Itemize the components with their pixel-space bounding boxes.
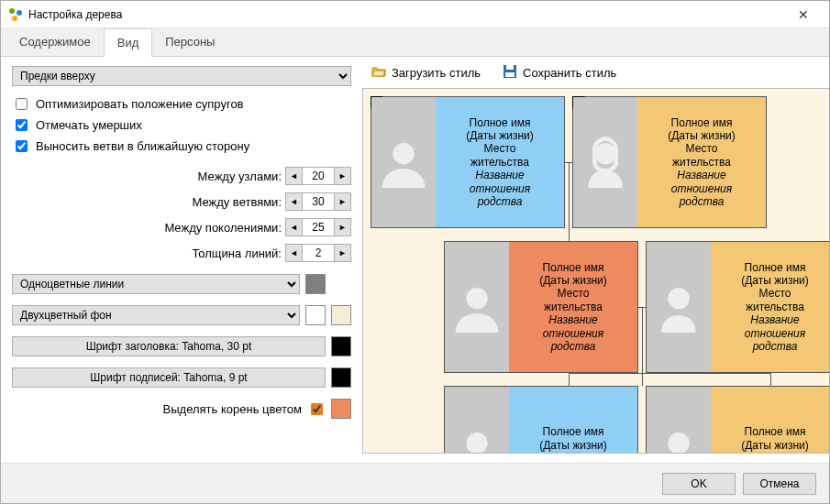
- spinner-dec-icon[interactable]: ◄: [286, 168, 303, 184]
- svg-point-8: [466, 288, 487, 309]
- load-style-label: Загрузить стиль: [392, 66, 481, 80]
- font-caption-swatch[interactable]: [331, 367, 351, 388]
- window-title: Настройка дерева: [28, 8, 785, 21]
- cancel-button[interactable]: Отмена: [743, 473, 816, 495]
- line-color-select[interactable]: Одноцветные линии: [12, 274, 300, 294]
- person-card: Полное имя(Даты жизни)МестожительстваНаз…: [572, 96, 767, 228]
- highlight-root-swatch[interactable]: [331, 399, 351, 419]
- direction-select[interactable]: Предки вверху: [12, 66, 351, 86]
- check-branches-near-label: Выносить ветви в ближайшую сторону: [36, 139, 249, 153]
- spinner-between-generations-value: 25: [303, 219, 334, 236]
- check-optimize-spouse[interactable]: Оптимизировать положение супругов: [12, 95, 351, 113]
- save-style-label: Сохранить стиль: [523, 66, 616, 80]
- spinner-between-nodes-value: 20: [303, 168, 334, 184]
- svg-rect-5: [505, 72, 515, 77]
- font-caption-button[interactable]: Шрифт подписей: Tahoma, 9 pt: [12, 367, 326, 388]
- svg-point-2: [12, 16, 17, 21]
- svg-point-7: [594, 143, 615, 164]
- check-mark-deceased-label: Отмечать умерших: [36, 118, 142, 132]
- highlight-root-checkbox[interactable]: [311, 403, 323, 415]
- bg-select[interactable]: Двухцветный фон: [12, 305, 300, 325]
- label-line-thickness: Толщина линий:: [192, 247, 282, 260]
- bg-swatch-2[interactable]: [331, 305, 351, 325]
- label-between-nodes: Между узлами:: [198, 170, 282, 183]
- check-mark-deceased-box[interactable]: [16, 119, 28, 131]
- svg-point-1: [17, 10, 22, 16]
- spinner-between-generations[interactable]: ◄ 25 ►: [285, 218, 351, 236]
- spinner-between-nodes[interactable]: ◄ 20 ►: [285, 167, 351, 185]
- person-card: Полное имя(Даты жизни)Местожительства: [646, 386, 829, 454]
- check-mark-deceased[interactable]: Отмечать умерших: [12, 116, 351, 134]
- app-icon: [8, 7, 23, 22]
- spinner-dec-icon[interactable]: ◄: [286, 245, 303, 261]
- label-between-branches: Между ветвями:: [192, 195, 282, 209]
- spinner-between-branches[interactable]: ◄ 30 ►: [285, 192, 351, 211]
- person-card: Полное имя(Даты жизни)МестожительстваНаз…: [371, 96, 565, 228]
- spinner-inc-icon[interactable]: ►: [334, 193, 350, 210]
- bg-swatch-1[interactable]: [305, 305, 326, 325]
- check-optimize-spouse-label: Оптимизировать положение супругов: [36, 97, 244, 111]
- tab-content[interactable]: Содержимое: [6, 28, 104, 56]
- person-card: Полное имя(Даты жизни)МестожительстваНаз…: [646, 241, 829, 373]
- load-style-button[interactable]: Загрузить стиль: [371, 64, 481, 82]
- svg-point-9: [668, 288, 689, 309]
- check-branches-near[interactable]: Выносить ветви в ближайшую сторону: [12, 137, 351, 155]
- person-card: Полное имя(Даты жизни)Местожительства: [444, 386, 638, 454]
- svg-point-10: [466, 433, 487, 454]
- check-branches-near-box[interactable]: [16, 140, 28, 152]
- spinner-dec-icon[interactable]: ◄: [286, 219, 303, 236]
- font-header-swatch[interactable]: [331, 336, 351, 356]
- highlight-root-label: Выделять корень цветом: [163, 402, 302, 416]
- tab-persons[interactable]: Персоны: [152, 28, 227, 56]
- spinner-line-thickness[interactable]: ◄ 2 ►: [285, 244, 351, 262]
- spinner-inc-icon[interactable]: ►: [334, 168, 350, 184]
- ok-button[interactable]: OK: [662, 473, 736, 495]
- svg-point-11: [668, 433, 689, 454]
- spinner-between-branches-value: 30: [303, 193, 334, 210]
- spinner-dec-icon[interactable]: ◄: [286, 193, 303, 210]
- spinner-inc-icon[interactable]: ►: [334, 219, 350, 236]
- tabs: Содержимое Вид Персоны: [1, 28, 829, 57]
- spinner-inc-icon[interactable]: ►: [334, 245, 350, 261]
- save-style-button[interactable]: Сохранить стиль: [503, 64, 616, 82]
- save-icon: [503, 64, 517, 82]
- font-header-button[interactable]: Шрифт заголовка: Tahoma, 30 pt: [12, 336, 326, 356]
- tab-view[interactable]: Вид: [104, 28, 153, 57]
- preview-pane: Полное имя(Даты жизни)МестожительстваНаз…: [362, 88, 829, 454]
- check-optimize-spouse-box[interactable]: [16, 98, 28, 110]
- line-color-swatch[interactable]: [305, 274, 326, 294]
- svg-point-0: [9, 8, 15, 14]
- folder-open-icon: [371, 64, 386, 82]
- svg-point-6: [393, 143, 414, 164]
- spinner-line-thickness-value: 2: [303, 245, 334, 261]
- close-button[interactable]: ✕: [785, 2, 822, 27]
- svg-rect-4: [506, 65, 514, 70]
- label-between-generations: Между поколениями:: [164, 221, 282, 235]
- person-card-root: Полное имя(Даты жизни)МестожительстваНаз…: [444, 241, 638, 373]
